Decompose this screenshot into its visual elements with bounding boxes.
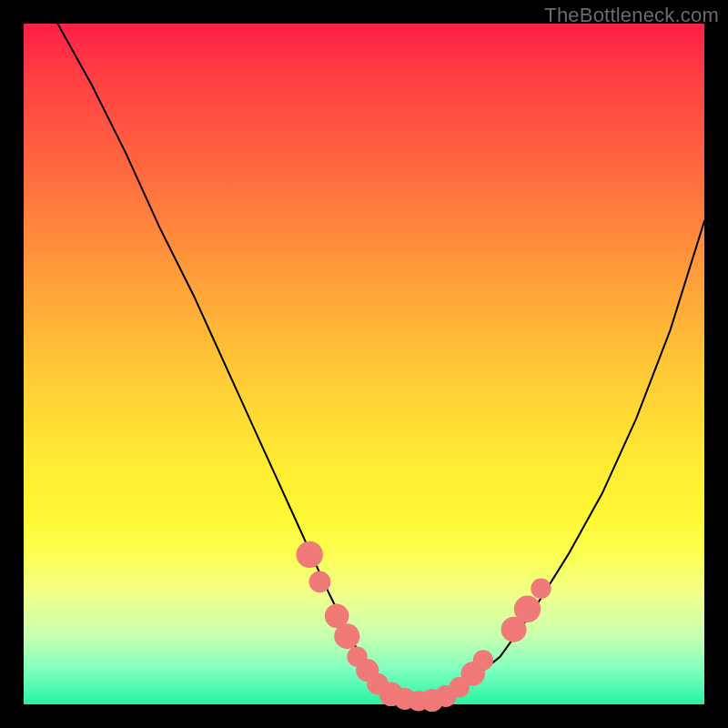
chart-svg	[24, 24, 704, 704]
marker-dot	[309, 571, 331, 593]
marker-dot	[297, 541, 323, 568]
chart-plot-area	[24, 24, 704, 704]
marker-dot	[531, 579, 551, 599]
marker-group	[297, 541, 551, 712]
marker-dot	[473, 650, 493, 670]
marker-dot	[334, 623, 359, 649]
watermark-text: TheBottleneck.com	[544, 4, 719, 27]
marker-dot	[514, 596, 541, 622]
bottleneck-curve-line	[57, 24, 704, 701]
